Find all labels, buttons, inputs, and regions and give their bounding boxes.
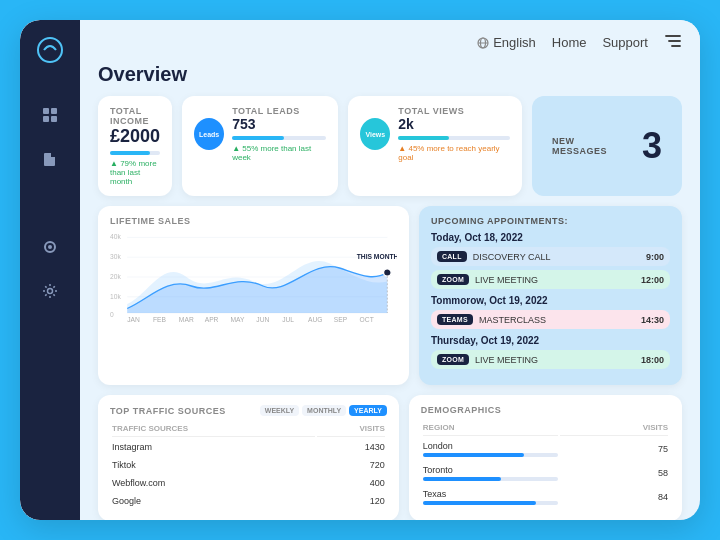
leads-card-inner: Leads TOTAL LEADS 753 ▲ 55% more than la…: [194, 106, 326, 162]
main-content: English Home Support Overview TOTAL INCO…: [80, 20, 700, 520]
sidebar-item-files[interactable]: [32, 141, 68, 177]
apt-item-teams: TEAMS MASTERCLASS 14:30: [431, 310, 670, 329]
nav-support[interactable]: Support: [602, 35, 648, 50]
apt-badge-teams: TEAMS: [437, 314, 473, 325]
demo-title: DEMOGRAPHICS: [421, 405, 670, 415]
apt-badge-zoom2: ZOOM: [437, 354, 469, 365]
logo: [36, 36, 64, 69]
svg-point-0: [38, 38, 62, 62]
messages-info: NEW MESSAGES: [552, 136, 626, 156]
svg-text:30k: 30k: [110, 253, 122, 260]
sidebar-item-circle[interactable]: [32, 229, 68, 265]
apt-time-teams: 14:30: [641, 315, 664, 325]
views-card: Views TOTAL VIEWS 2k ▲ 45% more to reach…: [348, 96, 522, 196]
table-row: Tiktok720: [112, 457, 385, 473]
apt-item-zoom2: ZOOM LIVE MEETING 18:00: [431, 350, 670, 369]
menu-icon[interactable]: [664, 32, 682, 53]
traffic-source: Webflow.com: [112, 475, 315, 491]
views-sub: ▲ 45% more to reach yearly goal: [398, 144, 510, 162]
views-card-inner: Views TOTAL VIEWS 2k ▲ 45% more to reach…: [360, 106, 510, 162]
hamburger-icon: [664, 34, 682, 48]
messages-label: NEW MESSAGES: [552, 136, 626, 156]
leads-value: 753: [232, 116, 326, 132]
traffic-visits: 1430: [317, 439, 385, 455]
demo-visits: 84: [560, 486, 668, 508]
income-sub: ▲ 79% more than last month: [110, 159, 160, 186]
svg-text:APR: APR: [205, 316, 219, 322]
middle-row: LIFETIME SALES 40k 30k 20k 10k 0: [98, 206, 682, 385]
nav-home[interactable]: Home: [552, 35, 587, 50]
views-icon: Views: [360, 118, 390, 150]
traffic-tab-yearly[interactable]: YEARLY: [349, 405, 387, 416]
demo-visits: 58: [560, 462, 668, 484]
demo-region: Texas: [423, 486, 558, 508]
svg-rect-2: [51, 108, 57, 114]
apt-desc-meeting2: LIVE MEETING: [475, 355, 635, 365]
appointments-title: UPCOMING APPOINTMENTS:: [431, 216, 670, 226]
svg-text:10k: 10k: [110, 293, 122, 300]
svg-rect-1: [43, 108, 49, 114]
svg-text:FEB: FEB: [153, 316, 166, 322]
chart-svg-area: 40k 30k 20k 10k 0: [110, 232, 397, 322]
traffic-card: TOP TRAFFIC SOURCES WEEKLY MONTHLY YEARL…: [98, 395, 399, 520]
apt-item-call: CALL DISCOVERY CALL 9:00: [431, 247, 670, 266]
apt-date-today: Today, Oct 18, 2022: [431, 232, 670, 243]
apt-desc-discovery: DISCOVERY CALL: [473, 252, 640, 262]
table-row: Google120: [112, 493, 385, 509]
income-progress-bar: [110, 151, 160, 155]
page-title: Overview: [98, 63, 682, 86]
traffic-source: Google: [112, 493, 315, 509]
content-area: Overview TOTAL INCOME £2000 ▲ 79% more t…: [80, 59, 700, 520]
traffic-tab-monthly[interactable]: MONTHLY: [302, 405, 346, 416]
sidebar: [20, 20, 80, 520]
sidebar-item-filter[interactable]: [32, 185, 68, 221]
table-row: Texas 84: [423, 486, 668, 508]
sidebar-item-grid[interactable]: [32, 97, 68, 133]
sidebar-item-settings[interactable]: [32, 273, 68, 309]
top-cards-row: TOTAL INCOME £2000 ▲ 79% more than last …: [98, 96, 682, 196]
traffic-visits: 120: [317, 493, 385, 509]
language-selector[interactable]: English: [477, 35, 536, 50]
views-info: TOTAL VIEWS 2k ▲ 45% more to reach yearl…: [398, 106, 510, 162]
leads-sub: ▲ 55% more than last week: [232, 144, 326, 162]
chart-title: LIFETIME SALES: [110, 216, 397, 226]
traffic-visits: 400: [317, 475, 385, 491]
table-row: London 75: [423, 438, 668, 460]
table-row: Webflow.com400: [112, 475, 385, 491]
views-progress-bar: [398, 136, 510, 140]
traffic-source: Instagram: [112, 439, 315, 455]
income-label: TOTAL INCOME: [110, 106, 160, 126]
language-label: English: [493, 35, 536, 50]
traffic-col-source: TRAFFIC SOURCES: [112, 424, 315, 437]
table-row: Toronto 58: [423, 462, 668, 484]
svg-text:MAY: MAY: [231, 316, 246, 322]
apt-section-tomorrow: Tommorow, Oct 19, 2022 TEAMS MASTERCLASS…: [431, 295, 670, 329]
svg-point-7: [48, 289, 53, 294]
svg-text:THIS MONTH: THIS MONTH: [357, 253, 397, 260]
income-progress-fill: [110, 151, 150, 155]
svg-text:20k: 20k: [110, 273, 122, 280]
views-progress-fill: [398, 136, 448, 140]
svg-text:AUG: AUG: [308, 316, 323, 322]
svg-text:MAR: MAR: [179, 316, 194, 322]
apt-desc-meeting1: LIVE MEETING: [475, 275, 635, 285]
leads-card: Leads TOTAL LEADS 753 ▲ 55% more than la…: [182, 96, 338, 196]
views-label: TOTAL VIEWS: [398, 106, 510, 116]
messages-count: 3: [642, 125, 662, 167]
apt-section-today: Today, Oct 18, 2022 CALL DISCOVERY CALL …: [431, 232, 670, 289]
svg-point-24: [384, 269, 392, 276]
demo-table: REGION VISITS London 75 Toronto 58 Texas…: [421, 421, 670, 510]
apt-badge-call: CALL: [437, 251, 467, 262]
demo-col-region: REGION: [423, 423, 558, 436]
apt-time-zoom2: 18:00: [641, 355, 664, 365]
income-card: TOTAL INCOME £2000 ▲ 79% more than last …: [98, 96, 172, 196]
apt-item-zoom1: ZOOM LIVE MEETING 12:00: [431, 270, 670, 289]
views-value: 2k: [398, 116, 510, 132]
traffic-table: TRAFFIC SOURCES VISITS Instagram1430Tikt…: [110, 422, 387, 511]
traffic-col-visits: VISITS: [317, 424, 385, 437]
leads-info: TOTAL LEADS 753 ▲ 55% more than last wee…: [232, 106, 326, 162]
apt-time-call: 9:00: [646, 252, 664, 262]
traffic-source: Tiktok: [112, 457, 315, 473]
traffic-tab-weekly[interactable]: WEEKLY: [260, 405, 299, 416]
svg-text:OCT: OCT: [360, 316, 374, 322]
